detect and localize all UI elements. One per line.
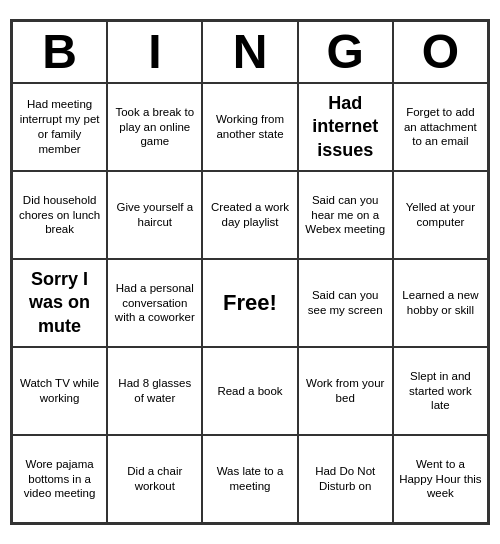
bingo-cell-17[interactable]: Read a book <box>202 347 297 435</box>
bingo-cell-9[interactable]: Yelled at your computer <box>393 171 488 259</box>
bingo-cell-23[interactable]: Had Do Not Disturb on <box>298 435 393 523</box>
bingo-cell-0[interactable]: Had meeting interrupt my pet or family m… <box>12 83 107 171</box>
bingo-cell-2[interactable]: Working from another state <box>202 83 297 171</box>
bingo-cell-16[interactable]: Had 8 glasses of water <box>107 347 202 435</box>
bingo-card: BINGO Had meeting interrupt my pet or fa… <box>10 19 490 525</box>
bingo-cell-22[interactable]: Was late to a meeting <box>202 435 297 523</box>
bingo-grid: Had meeting interrupt my pet or family m… <box>12 83 488 523</box>
bingo-cell-12[interactable]: Free! <box>202 259 297 347</box>
bingo-cell-14[interactable]: Learned a new hobby or skill <box>393 259 488 347</box>
bingo-cell-5[interactable]: Did household chores on lunch break <box>12 171 107 259</box>
bingo-cell-7[interactable]: Created a work day playlist <box>202 171 297 259</box>
bingo-cell-11[interactable]: Had a personal conversation with a cowor… <box>107 259 202 347</box>
bingo-cell-20[interactable]: Wore pajama bottoms in a video meeting <box>12 435 107 523</box>
bingo-cell-24[interactable]: Went to a Happy Hour this week <box>393 435 488 523</box>
bingo-cell-18[interactable]: Work from your bed <box>298 347 393 435</box>
bingo-cell-1[interactable]: Took a break to play an online game <box>107 83 202 171</box>
header-letter-B: B <box>12 21 107 83</box>
bingo-cell-19[interactable]: Slept in and started work late <box>393 347 488 435</box>
header-letter-I: I <box>107 21 202 83</box>
header-letter-N: N <box>202 21 297 83</box>
bingo-cell-13[interactable]: Said can you see my screen <box>298 259 393 347</box>
bingo-cell-10[interactable]: Sorry I was on mute <box>12 259 107 347</box>
bingo-cell-4[interactable]: Forget to add an attachment to an email <box>393 83 488 171</box>
header-letter-G: G <box>298 21 393 83</box>
bingo-header: BINGO <box>12 21 488 83</box>
bingo-cell-15[interactable]: Watch TV while working <box>12 347 107 435</box>
bingo-cell-8[interactable]: Said can you hear me on a Webex meeting <box>298 171 393 259</box>
bingo-cell-3[interactable]: Had internet issues <box>298 83 393 171</box>
bingo-cell-21[interactable]: Did a chair workout <box>107 435 202 523</box>
header-letter-O: O <box>393 21 488 83</box>
bingo-cell-6[interactable]: Give yourself a haircut <box>107 171 202 259</box>
